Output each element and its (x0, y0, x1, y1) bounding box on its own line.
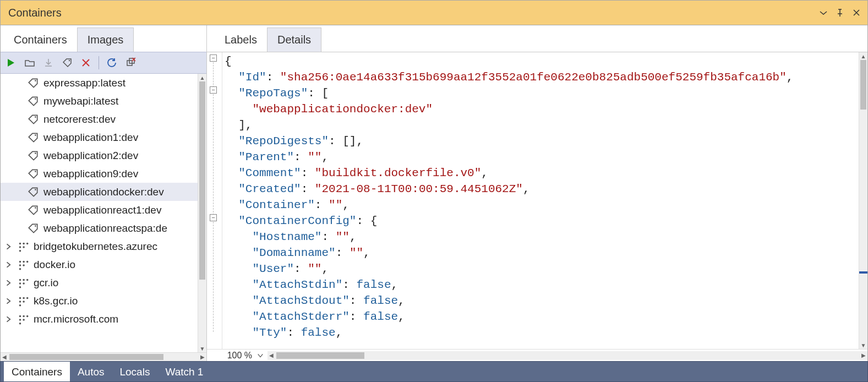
image-item[interactable]: expressapp:latest (1, 74, 198, 92)
json-code[interactable]: { "Id": "sha256:0ae14a633f315b699aa12f35… (222, 52, 859, 349)
image-tree[interactable]: expressapp:latestmywebapi:latestnetcorer… (1, 74, 198, 352)
tab-images[interactable]: Images (77, 28, 134, 52)
delete-icon[interactable] (80, 57, 92, 69)
tag-icon (27, 132, 39, 144)
svg-point-10 (35, 207, 36, 209)
tag-icon (27, 222, 39, 234)
svg-point-0 (69, 60, 70, 61)
image-name: expressapp:latest (43, 77, 125, 89)
svg-point-5 (35, 116, 36, 118)
close-icon[interactable] (850, 6, 863, 19)
image-name: mywebapi:latest (43, 95, 118, 107)
zoom-level[interactable]: 100 % (207, 351, 268, 361)
registry-icon (17, 241, 29, 253)
svg-point-15 (19, 246, 21, 248)
fold-icon[interactable]: − (210, 54, 217, 62)
editor-horizontal-scrollbar[interactable]: ◀ ▶ (268, 351, 867, 360)
editor-vertical-scrollbar[interactable]: ▲ ▼ (859, 52, 867, 349)
tree-vertical-scrollbar[interactable]: ▲ ▼ (198, 74, 206, 352)
fold-icon[interactable]: − (210, 214, 217, 221)
run-icon[interactable] (5, 57, 17, 69)
bottom-tab-containers[interactable]: Containers (4, 362, 70, 381)
window-options-icon[interactable] (817, 6, 830, 19)
tag-icon (27, 113, 39, 125)
expand-icon[interactable] (5, 313, 13, 325)
expand-icon[interactable] (5, 295, 13, 307)
refresh-icon[interactable] (106, 57, 118, 69)
svg-point-19 (23, 260, 25, 263)
registry-icon (17, 295, 29, 307)
svg-point-14 (26, 242, 29, 244)
chevron-down-icon[interactable] (256, 352, 264, 359)
editor-gutter[interactable]: − − − (207, 52, 222, 349)
bottom-tab-locals[interactable]: Locals (112, 362, 157, 381)
svg-point-33 (19, 301, 21, 303)
pin-icon[interactable] (833, 6, 847, 19)
image-item[interactable]: webapplication1:dev (1, 128, 198, 146)
svg-point-11 (35, 225, 36, 227)
prune-icon[interactable] (124, 57, 137, 69)
svg-point-32 (26, 297, 29, 299)
registry-icon (17, 313, 29, 325)
bottom-tab-watch1[interactable]: Watch 1 (157, 362, 211, 381)
svg-point-22 (23, 264, 25, 266)
image-item[interactable]: webapplicationreact1:dev (1, 201, 198, 219)
svg-point-34 (23, 301, 25, 303)
image-item[interactable]: webapplication2:dev (1, 146, 198, 165)
svg-point-17 (19, 249, 21, 252)
tab-labels[interactable]: Labels (215, 28, 267, 52)
registry-item[interactable]: gcr.io (1, 274, 198, 292)
panel-title: Containers (8, 7, 814, 19)
svg-point-37 (23, 315, 25, 317)
tag-icon (27, 168, 39, 180)
bottom-tab-autos[interactable]: Autos (70, 362, 112, 381)
svg-point-20 (26, 260, 29, 263)
tab-containers[interactable]: Containers (4, 28, 77, 52)
svg-point-9 (35, 189, 36, 190)
tag-icon (27, 95, 39, 107)
image-name: webapplicationdocker:dev (43, 186, 164, 198)
download-icon[interactable] (42, 57, 54, 69)
svg-point-28 (23, 282, 25, 285)
image-name: webapplication1:dev (43, 132, 138, 144)
tree-horizontal-scrollbar[interactable]: ◀ ▶ (1, 352, 206, 361)
svg-point-35 (19, 304, 21, 306)
open-folder-icon[interactable] (24, 57, 36, 69)
registry-name: docker.io (34, 259, 75, 271)
images-toolbar (1, 52, 206, 74)
registry-item[interactable]: mcr.microsoft.com (1, 310, 198, 328)
svg-point-26 (26, 279, 29, 281)
svg-point-6 (35, 134, 36, 136)
expand-icon[interactable] (5, 241, 13, 253)
svg-point-40 (23, 319, 25, 321)
image-item[interactable]: mywebapi:latest (1, 92, 198, 110)
registry-item[interactable]: k8s.gcr.io (1, 292, 198, 310)
svg-point-7 (35, 152, 36, 154)
registry-item[interactable]: bridgetokubernetes.azurec (1, 237, 198, 255)
left-pane: Containers Images (1, 25, 207, 361)
expand-icon[interactable] (5, 277, 13, 289)
svg-point-23 (19, 268, 21, 270)
svg-point-25 (23, 279, 25, 281)
svg-point-24 (19, 279, 21, 281)
fold-icon[interactable]: − (210, 86, 217, 94)
svg-point-16 (23, 246, 25, 248)
toolbar-separator (99, 56, 99, 69)
svg-point-18 (19, 260, 21, 263)
svg-point-29 (19, 286, 21, 288)
image-item[interactable]: webapplicationreactspa:de (1, 219, 198, 237)
details-editor[interactable]: − − − { "Id": "sha256:0ae14a633f315b699a… (207, 52, 867, 349)
bottom-tab-strip: Containers Autos Locals Watch 1 (0, 361, 868, 382)
image-item[interactable]: webapplication9:dev (1, 165, 198, 183)
image-item[interactable]: netcorerest:dev (1, 110, 198, 128)
svg-point-31 (23, 297, 25, 299)
svg-point-30 (19, 297, 21, 299)
tag-icon (27, 150, 39, 162)
expand-icon[interactable] (5, 259, 13, 271)
svg-point-27 (19, 282, 21, 285)
left-tab-strip: Containers Images (1, 25, 206, 52)
image-item[interactable]: webapplicationdocker:dev (1, 183, 198, 201)
registry-item[interactable]: docker.io (1, 255, 198, 274)
tab-details[interactable]: Details (267, 28, 321, 52)
tag-icon[interactable] (61, 57, 73, 69)
